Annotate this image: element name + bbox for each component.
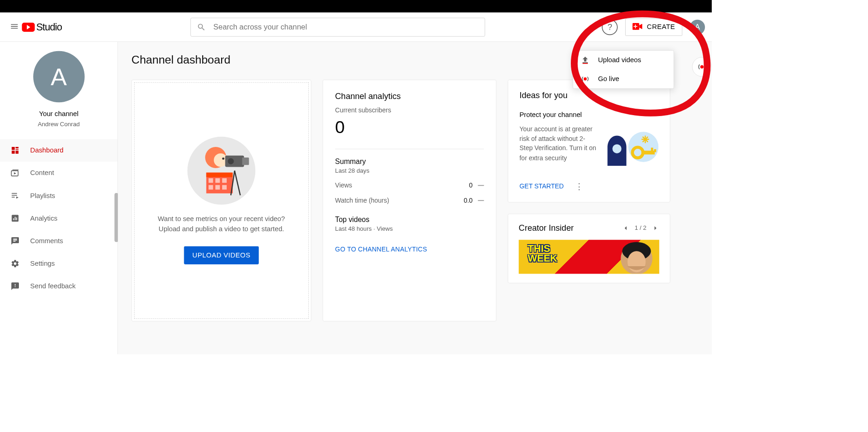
pager-next-icon[interactable] <box>652 224 659 232</box>
dashboard-icon <box>11 146 20 155</box>
ideas-card: Ideas for you Protect your channel Your … <box>508 80 670 203</box>
subscribers-label: Current subscribers <box>335 106 484 114</box>
channel-avatar[interactable]: A <box>33 51 85 103</box>
hamburger-menu-icon[interactable] <box>7 19 16 35</box>
svg-point-4 <box>584 77 587 81</box>
studio-logo[interactable]: Studio <box>22 21 62 33</box>
svg-point-36 <box>628 132 659 162</box>
analytics-row-views: Views 0 <box>335 181 484 189</box>
youtube-icon <box>22 23 35 32</box>
svg-rect-14 <box>12 197 15 198</box>
svg-rect-2 <box>633 26 637 27</box>
sidebar-item-dashboard[interactable]: Dashboard <box>0 139 117 162</box>
live-icon <box>581 75 590 84</box>
svg-rect-9 <box>16 151 19 154</box>
upload-prompt-line1: Want to see metrics on your recent video… <box>158 214 285 224</box>
svg-rect-32 <box>215 185 220 190</box>
svg-rect-31 <box>209 185 213 190</box>
search-input[interactable] <box>213 23 479 31</box>
svg-point-25 <box>228 158 234 164</box>
search-box[interactable] <box>190 18 485 36</box>
subscribers-value: 0 <box>335 117 484 137</box>
sidebar-item-analytics[interactable]: Analytics <box>0 207 117 229</box>
account-avatar[interactable]: A <box>690 19 705 35</box>
playlists-icon <box>11 191 20 200</box>
svg-rect-29 <box>215 178 220 183</box>
svg-rect-24 <box>242 158 249 165</box>
channel-your-channel-label: Your channel <box>0 110 117 118</box>
svg-rect-8 <box>12 151 15 154</box>
insider-thumbnail[interactable]: THIS WEEK <box>519 240 659 274</box>
create-camera-icon <box>633 23 643 31</box>
upload-prompt-line2: Upload and publish a video to get starte… <box>158 224 284 234</box>
sidebar-item-settings[interactable]: Settings <box>0 252 117 275</box>
svg-point-19 <box>700 65 704 69</box>
summary-period: Last 28 days <box>335 167 484 174</box>
create-button-label: CREATE <box>647 23 675 31</box>
analytics-card: Channel analytics Current subscribers 0 … <box>323 80 496 321</box>
upload-card: Want to see metrics on your recent video… <box>131 80 311 321</box>
top-videos-sub: Last 48 hours · Views <box>335 226 484 233</box>
svg-rect-7 <box>16 149 19 150</box>
svg-rect-18 <box>16 217 17 220</box>
svg-rect-6 <box>16 147 19 148</box>
go-live-chip[interactable] <box>692 57 712 77</box>
protect-illustration <box>602 124 658 169</box>
svg-rect-3 <box>582 63 587 64</box>
sidebar-item-content[interactable]: Content <box>0 162 117 184</box>
top-videos-title: Top videos <box>335 216 484 224</box>
creator-insider-card: Creator Insider 1 / 2 THIS WEEK <box>508 214 670 283</box>
svg-point-37 <box>612 144 622 153</box>
svg-rect-27 <box>206 173 233 177</box>
go-to-analytics-link[interactable]: GO TO CHANNEL ANALYTICS <box>335 246 484 253</box>
pager-prev-icon[interactable] <box>622 224 629 232</box>
create-button[interactable]: CREATE <box>625 18 682 36</box>
upload-icon <box>581 56 590 65</box>
svg-rect-41 <box>654 149 656 152</box>
sidebar-item-comments[interactable]: Comments <box>0 230 117 252</box>
ideas-subtitle: Protect your channel <box>520 111 659 119</box>
svg-rect-13 <box>12 195 17 196</box>
ideas-body: Your account is at greater risk of attac… <box>520 124 598 169</box>
upload-videos-button[interactable]: UPLOAD VIDEOS <box>184 246 259 264</box>
insider-title: Creator Insider <box>519 223 622 233</box>
sidebar: A Your channel Andrew Conrad Dashboard C… <box>0 42 118 354</box>
upload-illustration <box>188 137 256 205</box>
analytics-row-watchtime: Watch time (hours) 0.0 <box>335 197 484 204</box>
svg-rect-17 <box>15 217 16 220</box>
sidebar-item-feedback[interactable]: Send feedback <box>0 275 117 298</box>
pager-text: 1 / 2 <box>634 225 646 232</box>
settings-icon <box>11 259 20 269</box>
svg-rect-5 <box>12 147 15 150</box>
comments-icon <box>11 236 20 245</box>
svg-rect-12 <box>12 193 17 194</box>
more-options-icon[interactable]: ⋮ <box>575 181 583 191</box>
analytics-icon <box>11 214 20 223</box>
svg-rect-28 <box>209 178 213 183</box>
live-icon <box>697 62 707 71</box>
logo-text: Studio <box>36 21 62 33</box>
search-icon <box>197 23 206 32</box>
menu-item-upload-videos[interactable]: Upload videos <box>573 51 674 70</box>
analytics-title: Channel analytics <box>335 91 484 101</box>
svg-rect-11 <box>12 169 18 170</box>
feedback-icon <box>11 282 20 291</box>
svg-rect-40 <box>651 148 653 152</box>
svg-rect-30 <box>222 178 227 183</box>
channel-name: Andrew Conrad <box>0 121 117 128</box>
menu-item-go-live[interactable]: Go live <box>573 70 674 88</box>
summary-title: Summary <box>335 158 484 166</box>
ideas-title: Ideas for you <box>520 91 659 100</box>
svg-point-22 <box>222 158 224 160</box>
get-started-link[interactable]: GET STARTED <box>520 183 564 190</box>
sidebar-item-playlists[interactable]: Playlists <box>0 184 117 207</box>
help-icon[interactable]: ? <box>602 19 618 35</box>
svg-rect-33 <box>222 185 227 190</box>
svg-line-35 <box>235 171 240 195</box>
create-dropdown-menu: Upload videos Go live <box>573 50 674 89</box>
svg-rect-16 <box>13 218 14 220</box>
content-icon <box>11 169 20 178</box>
